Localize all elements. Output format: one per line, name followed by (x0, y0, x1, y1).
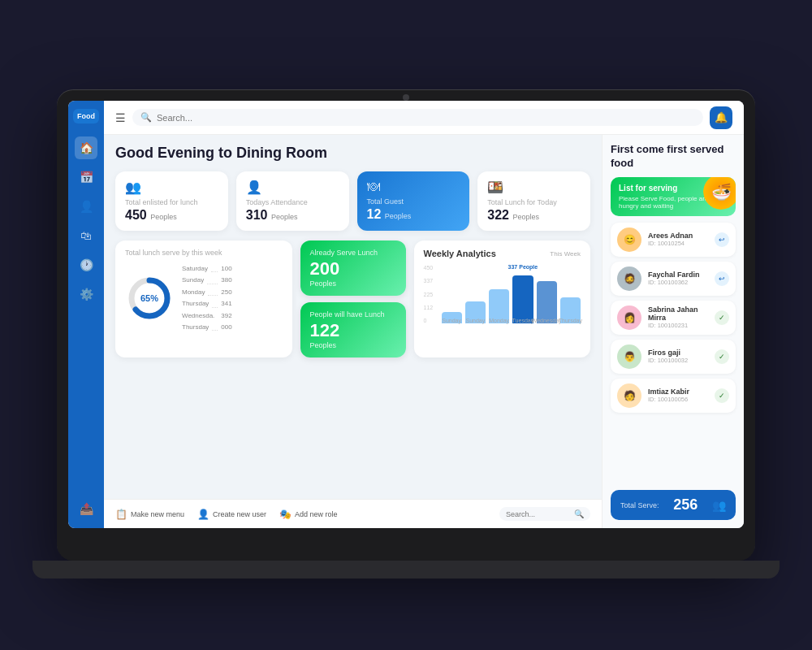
total-lunch-icon: 🍱 (487, 180, 581, 195)
guest-value: 12 (367, 207, 382, 221)
topbar: ☰ 🔍 🔔 (104, 101, 744, 135)
create-user-icon: 👤 (197, 509, 209, 520)
total-lunch-unit: Peoples (512, 213, 539, 221)
analytics-period: This Week (550, 250, 581, 258)
right-panel: First come first served food List for se… (602, 135, 744, 528)
bar-label: Sunday (442, 318, 461, 323)
panel-title: First come first served food (611, 143, 736, 171)
total-lunch-value: 322 (487, 208, 509, 222)
bar-label: Monday (489, 318, 509, 323)
person-id: ID: 100100056 (648, 396, 708, 403)
avatar-arees: 😊 (617, 228, 641, 252)
sidebar: Food 🏠 📅 👤 🛍 🕐 ⚙️ 📤 (68, 101, 104, 528)
person-name: Faychal Fardin (648, 271, 708, 279)
will-have-lunch-unit: Peoples (310, 341, 396, 349)
sidebar-item-users[interactable]: 👤 (75, 195, 97, 218)
person-row[interactable]: 👨 Firos gaji ID: 100100032 ✓ (611, 340, 736, 374)
make-menu-button[interactable]: 📋 Make new menu (115, 509, 184, 520)
avatar-sabrina: 👩 (617, 306, 641, 330)
sidebar-item-export[interactable]: 📤 (75, 497, 97, 520)
person-list: 😊 Arees Adnan ID: 10010254 ↩ 🧔 (611, 223, 736, 413)
page-title: Good Evening to Dining Room (115, 145, 590, 162)
bottom-search-input[interactable] (506, 510, 571, 518)
bar-tuesday: 337 People Tuesday (512, 265, 533, 323)
sidebar-item-bag[interactable]: 🛍 (75, 224, 97, 247)
sidebar-item-calendar[interactable]: 📅 (75, 166, 97, 188)
person-name: Sabrina Jahan Mirra (648, 306, 708, 322)
donut-chart: 65% (125, 274, 174, 323)
sidebar-item-home[interactable]: 🏠 (75, 136, 97, 159)
person-row[interactable]: 👩 Sabrina Jahan Mirra ID: 100100231 ✓ (611, 301, 736, 335)
make-menu-label: Make new menu (131, 510, 184, 518)
stat-card-enlisted: 👥 Total enlisted for lunch 450 Peoples (115, 171, 228, 231)
add-role-icon: 🎭 (279, 509, 292, 520)
avatar-faychal: 🧔 (617, 266, 641, 291)
person-info: Sabrina Jahan Mirra ID: 100100231 (648, 306, 708, 329)
person-row[interactable]: 🧑 Imtiaz Kabir ID: 100100056 ✓ (611, 379, 736, 413)
bar-sunday1: Sunday (442, 265, 462, 323)
notification-bell[interactable]: 🔔 (710, 106, 732, 129)
already-serve-label: Already Serve Lunch (310, 249, 396, 257)
attendance-label: Todays Attendance (246, 198, 339, 206)
green-cards: Already Serve Lunch 200 Peoples People w… (300, 240, 406, 358)
total-lunch-label: Total Lunch for Today (487, 198, 581, 206)
check-icon-blue: ↩ (715, 271, 729, 286)
check-icon-green: ✓ (715, 310, 729, 325)
dashboard-body: Good Evening to Dining Room 👥 Total enli… (104, 135, 602, 499)
menu-icon[interactable]: ☰ (115, 111, 126, 124)
enlisted-label: Total enlisted for lunch (125, 198, 218, 206)
person-name: Arees Adnan (648, 232, 708, 240)
total-serve-label: Total Serve: (620, 501, 659, 509)
bar-label: Wednesday (532, 318, 562, 323)
check-icon-green: ✓ (715, 349, 729, 364)
add-role-label: Add new role (295, 510, 338, 518)
bar-label: Thursday (559, 318, 582, 323)
serve-banner: List for serving Please Serve Food, peop… (611, 177, 736, 216)
weekly-lunch-card: Total lunch serve by this week 65% (115, 240, 292, 358)
make-menu-icon: 📋 (115, 509, 127, 520)
already-serve-unit: Peoples (310, 280, 396, 288)
search-input[interactable] (157, 113, 695, 123)
person-info: Imtiaz Kabir ID: 100100056 (648, 388, 708, 403)
create-user-label: Create new user (213, 510, 266, 518)
attendance-value: 310 (246, 208, 268, 222)
sidebar-logo: Food (73, 109, 99, 124)
will-have-lunch-label: People will have Lunch (310, 310, 396, 318)
weekly-lunch-title: Total lunch serve by this week (125, 249, 283, 257)
enlisted-unit: Peoples (150, 213, 177, 221)
person-id: ID: 100100231 (648, 322, 708, 329)
search-bar: 🔍 (132, 109, 703, 126)
guest-icon: 🍽 (367, 180, 460, 194)
avatar-imtiaz: 🧑 (617, 384, 641, 408)
enlisted-icon: 👥 (125, 180, 218, 195)
attendance-icon: 👤 (246, 180, 339, 195)
bottom-search: 🔍 (499, 507, 590, 521)
donut-label: 65% (140, 293, 158, 303)
total-serve-bar: Total Serve: 256 👥 (611, 490, 736, 520)
person-name: Firos gaji (648, 349, 708, 357)
create-user-button[interactable]: 👤 Create new user (197, 509, 266, 520)
bar-thursday: Thursday (560, 265, 581, 323)
bottom-row: Total lunch serve by this week 65% (115, 240, 590, 358)
already-serve-value: 200 (310, 258, 396, 280)
person-row[interactable]: 😊 Arees Adnan ID: 10010254 ↩ (611, 223, 736, 257)
total-serve-icon: 👥 (712, 499, 726, 512)
guest-label: Total Guest (367, 197, 460, 206)
stat-cards: 👥 Total enlisted for lunch 450 Peoples 👤… (115, 171, 590, 231)
add-role-button[interactable]: 🎭 Add new role (279, 509, 338, 520)
bar-chart: 450 337 225 112 0 (424, 265, 581, 338)
person-info: Faychal Fardin ID: 100100362 (648, 271, 708, 286)
sidebar-item-settings[interactable]: ⚙️ (75, 283, 97, 306)
sidebar-item-clock[interactable]: 🕐 (75, 254, 97, 276)
will-have-lunch-value: 122 (310, 320, 396, 341)
weekly-stats: Saturday100 Sunday380 Monday250 Thursday… (182, 263, 232, 333)
food-image: 🍜 (703, 177, 736, 210)
bar-sunday2: Sunday (465, 265, 486, 323)
person-id: ID: 100100362 (648, 279, 708, 286)
food-circle-icon: 🍜 (703, 177, 736, 210)
stat-card-attendance: 👤 Todays Attendance 310 Peoples (236, 171, 349, 231)
check-icon-green: ✓ (715, 388, 729, 403)
person-row[interactable]: 🧔 Faychal Fardin ID: 100100362 ↩ (611, 262, 736, 296)
analytics-card: Weekly Analytics This Week 450 337 225 (414, 240, 591, 358)
stat-card-guest: 🍽 Total Guest 12 Peoples (357, 171, 470, 231)
